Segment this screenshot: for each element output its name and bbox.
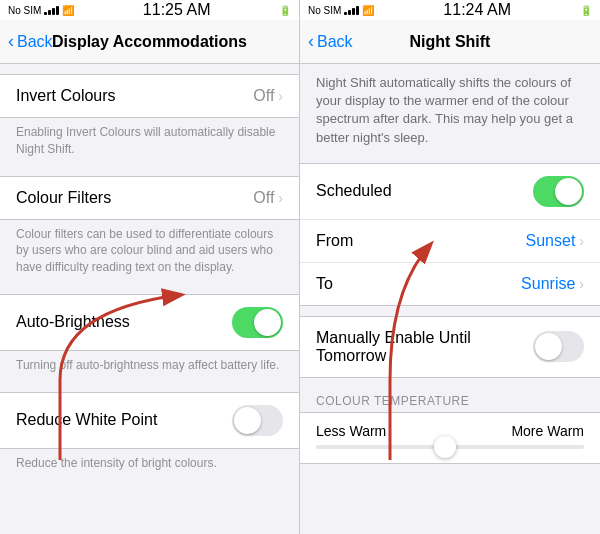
right-back-label: Back: [317, 33, 353, 51]
left-panel: No SIM 📶 11:25 AM 🔋 ‹ Ba: [0, 0, 300, 534]
scheduled-toggle[interactable]: [533, 176, 584, 207]
left-back-label: Back: [17, 33, 53, 51]
manual-toggle-knob: [535, 333, 562, 360]
scheduled-label: Scheduled: [316, 182, 392, 200]
right-status-right: 🔋: [580, 5, 592, 16]
right-panel: No SIM 📶 11:24 AM 🔋 ‹ Ba: [300, 0, 600, 534]
right-nav-title: Night Shift: [410, 33, 491, 51]
right-battery-icon: 🔋: [580, 5, 592, 16]
left-battery-icon: 🔋: [279, 5, 291, 16]
right-wifi-icon: 📶: [362, 5, 374, 16]
reduce-white-point-note: Reduce the intensity of bright colours.: [0, 449, 299, 480]
less-warm-label: Less Warm: [316, 423, 386, 439]
colour-temp-section: COLOUR TEMPERATURE Less Warm More Warm: [300, 388, 600, 464]
colour-filters-label: Colour Filters: [16, 189, 111, 207]
manual-row: Manually Enable Until Tomorrow: [300, 317, 600, 377]
to-label: To: [316, 275, 333, 293]
right-status-left: No SIM 📶: [308, 5, 374, 16]
invert-colours-note: Enabling Invert Colours will automatical…: [0, 118, 299, 166]
auto-brightness-toggle[interactable]: [232, 307, 283, 338]
scheduled-row: Scheduled: [300, 163, 600, 220]
more-warm-label: More Warm: [511, 423, 584, 439]
night-shift-intro: Night Shift automatically shifts the col…: [300, 64, 600, 155]
to-value: Sunrise: [521, 275, 575, 293]
invert-colours-group: Invert Colours Off ›: [0, 74, 299, 118]
to-chevron-icon: ›: [579, 276, 584, 292]
left-status-bar: No SIM 📶 11:25 AM 🔋: [0, 0, 299, 20]
auto-brightness-group: Auto-Brightness: [0, 294, 299, 351]
colour-temp-row: Less Warm More Warm: [300, 412, 600, 464]
auto-brightness-row: Auto-Brightness: [0, 295, 299, 350]
invert-colours-row[interactable]: Invert Colours Off ›: [0, 75, 299, 117]
auto-brightness-note: Turning off auto-brightness may affect b…: [0, 351, 299, 382]
invert-colours-value: Off: [253, 87, 274, 105]
invert-colours-chevron-icon: ›: [278, 88, 283, 104]
reduce-white-point-row: Reduce White Point: [0, 393, 299, 448]
colour-filters-row[interactable]: Colour Filters Off ›: [0, 177, 299, 219]
auto-brightness-toggle-knob: [254, 309, 281, 336]
left-nav-title: Display Accommodations: [52, 33, 247, 51]
reduce-white-point-toggle[interactable]: [232, 405, 283, 436]
scheduled-toggle-knob: [555, 178, 582, 205]
colour-temp-header: COLOUR TEMPERATURE: [300, 388, 600, 412]
invert-colours-value-container: Off ›: [253, 87, 283, 105]
from-label: From: [316, 232, 353, 250]
invert-colours-label: Invert Colours: [16, 87, 116, 105]
colour-filters-value-container: Off ›: [253, 189, 283, 207]
panels-container: No SIM 📶 11:25 AM 🔋 ‹ Ba: [0, 0, 600, 534]
reduce-white-point-label: Reduce White Point: [16, 411, 157, 429]
left-nav-bar: ‹ Back Display Accommodations: [0, 20, 299, 64]
left-back-button[interactable]: ‹ Back: [8, 31, 53, 52]
colour-temp-slider-track[interactable]: [316, 445, 584, 449]
left-time: 11:25 AM: [143, 1, 211, 19]
from-to-group: From Sunset › To Sunrise ›: [300, 220, 600, 306]
auto-brightness-label: Auto-Brightness: [16, 313, 130, 331]
manual-toggle[interactable]: [533, 331, 584, 362]
from-value: Sunset: [526, 232, 576, 250]
left-status-right: 🔋: [279, 5, 291, 16]
left-back-chevron-icon: ‹: [8, 31, 14, 52]
colour-filters-value: Off: [253, 189, 274, 207]
right-signal-icon: [344, 5, 359, 15]
to-value-container: Sunrise ›: [521, 275, 584, 293]
left-signal-icon: [44, 5, 59, 15]
to-row[interactable]: To Sunrise ›: [300, 263, 600, 305]
left-wifi-icon: 📶: [62, 5, 74, 16]
right-nav-bar: ‹ Back Night Shift: [300, 20, 600, 64]
colour-filters-group: Colour Filters Off ›: [0, 176, 299, 220]
right-back-chevron-icon: ‹: [308, 31, 314, 52]
colour-temp-slider-thumb[interactable]: [434, 436, 456, 458]
manual-section: Manually Enable Until Tomorrow: [300, 316, 600, 378]
right-status-bar: No SIM 📶 11:24 AM 🔋: [300, 0, 600, 20]
from-chevron-icon: ›: [579, 233, 584, 249]
from-value-container: Sunset ›: [526, 232, 584, 250]
right-carrier: No SIM: [308, 5, 341, 16]
left-status-left: No SIM 📶: [8, 5, 74, 16]
right-back-button[interactable]: ‹ Back: [308, 31, 353, 52]
reduce-white-point-group: Reduce White Point: [0, 392, 299, 449]
from-row[interactable]: From Sunset ›: [300, 220, 600, 263]
manual-label: Manually Enable Until Tomorrow: [316, 329, 533, 365]
colour-filters-chevron-icon: ›: [278, 190, 283, 206]
reduce-white-point-toggle-knob: [234, 407, 261, 434]
colour-filters-note: Colour filters can be used to differenti…: [0, 220, 299, 284]
right-time: 11:24 AM: [443, 1, 511, 19]
left-carrier: No SIM: [8, 5, 41, 16]
